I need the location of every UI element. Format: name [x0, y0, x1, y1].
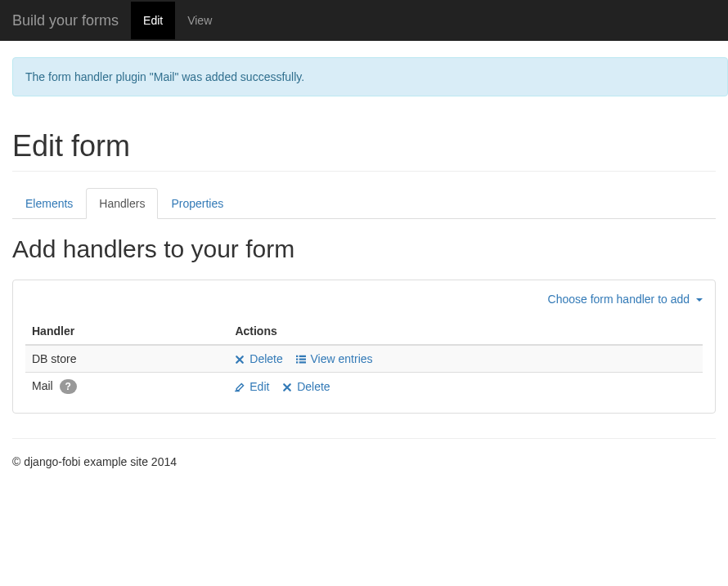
svg-rect-3 [299, 359, 305, 360]
nav-item-view[interactable]: View [175, 2, 224, 39]
top-navbar: Build your forms Edit View [0, 0, 728, 41]
edit-button[interactable]: Edit [235, 380, 272, 393]
handler-name: Mail [32, 379, 53, 392]
help-badge[interactable]: ? [60, 379, 77, 394]
handlers-table: Handler Actions DB store Delete View ent… [25, 318, 703, 400]
tab-elements[interactable]: Elements [12, 188, 86, 219]
handler-actions: Delete View entries [228, 345, 703, 373]
table-row: Mail ? Edit Delete [25, 373, 703, 401]
nav-item-edit[interactable]: Edit [131, 2, 175, 39]
svg-rect-1 [299, 356, 305, 357]
navbar-brand[interactable]: Build your forms [0, 0, 131, 42]
view-entries-button[interactable]: View entries [296, 352, 373, 365]
col-header-actions: Actions [228, 318, 703, 345]
alert-message: The form handler plugin "Mail" was added… [25, 70, 304, 83]
remove-icon [235, 355, 245, 365]
handler-name-cell: Mail ? [25, 373, 228, 401]
add-handler-label: Choose form handler to add [548, 293, 690, 306]
svg-rect-0 [296, 356, 298, 357]
page-header: Edit form [12, 129, 716, 172]
navbar-nav: Edit View [131, 2, 224, 39]
caret-down-icon [696, 298, 703, 302]
tab-handlers[interactable]: Handlers [86, 188, 158, 219]
remove-icon [282, 382, 292, 392]
svg-rect-4 [296, 361, 298, 363]
handler-name: DB store [25, 345, 228, 373]
svg-rect-5 [299, 361, 305, 363]
section-title: Add handlers to your form [12, 235, 716, 263]
footer-text: © django-fobi example site 2014 [12, 455, 716, 468]
footer-divider [12, 438, 716, 439]
add-handler-dropdown[interactable]: Choose form handler to add [548, 293, 703, 306]
success-alert: The form handler plugin "Mail" was added… [12, 57, 728, 96]
edit-icon [235, 382, 245, 392]
handler-actions: Edit Delete [228, 373, 703, 401]
delete-button[interactable]: Delete [235, 352, 285, 365]
svg-rect-2 [296, 359, 298, 360]
panel-toolbar: Choose form handler to add [25, 293, 703, 306]
table-row: DB store Delete View entries [25, 345, 703, 373]
handlers-panel: Choose form handler to add Handler Actio… [12, 280, 716, 414]
list-icon [296, 355, 306, 365]
col-header-handler: Handler [25, 318, 228, 345]
delete-button[interactable]: Delete [282, 380, 330, 393]
page-title: Edit form [12, 129, 716, 163]
form-tabs: Elements Handlers Properties [12, 188, 716, 219]
tab-properties[interactable]: Properties [158, 188, 236, 219]
